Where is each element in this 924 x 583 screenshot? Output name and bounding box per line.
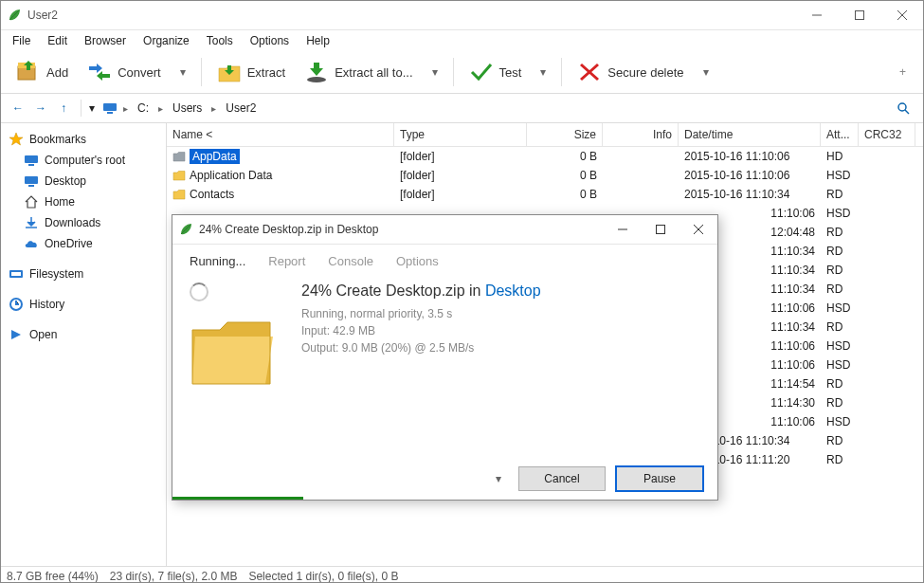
svg-marker-22 [11, 330, 21, 339]
minimize-button[interactable] [795, 1, 838, 29]
sidebar-item-label: Computer's root [45, 154, 125, 167]
sidebar-item-label: Downloads [45, 216, 100, 229]
dialog-heading: 24% Create Desktop.zip in Desktop [301, 282, 700, 300]
svg-rect-10 [107, 112, 113, 114]
col-date[interactable]: Date/time [679, 123, 821, 146]
menu-edit[interactable]: Edit [40, 32, 75, 49]
progress-bar [172, 497, 303, 500]
tab-options[interactable]: Options [396, 254, 439, 268]
toolbar: Add Convert ▾ Extract Extract all to... … [1, 51, 923, 94]
test-button[interactable]: Test [462, 57, 530, 87]
sidebar-history[interactable]: History [5, 294, 162, 315]
status-right: Selected 1 dir(s), 0 file(s), 0 B [248, 570, 398, 583]
dialog-close[interactable] [679, 215, 717, 244]
dialog-heading-link[interactable]: Desktop [485, 282, 541, 299]
breadcrumb: ▸ C: ▸ Users ▸ User2 [99, 100, 893, 117]
convert-button[interactable]: Convert [80, 57, 169, 87]
monitor-icon [24, 153, 39, 168]
nav-forward[interactable]: → [31, 99, 50, 118]
dialog-maximize[interactable] [642, 215, 679, 244]
convert-label: Convert [118, 65, 161, 80]
menu-organize[interactable]: Organize [136, 32, 197, 49]
dialog-meta-2: Input: 42.9 MB [301, 322, 700, 339]
nav-up[interactable]: ↑ [54, 99, 73, 118]
svg-rect-24 [657, 226, 665, 234]
status-bar: 8.7 GB free (44%) 23 dir(s), 7 file(s), … [1, 566, 923, 583]
cancel-button[interactable]: Cancel [518, 466, 606, 491]
col-type[interactable]: Type [394, 123, 527, 146]
menu-help[interactable]: Help [299, 32, 337, 49]
svg-rect-20 [11, 272, 21, 276]
dialog-meta-1: Running, normal priority, 3.5 s [301, 305, 700, 322]
pause-button[interactable]: Pause [615, 465, 704, 492]
col-info[interactable]: Info [603, 123, 679, 146]
sidebar-item-onedrive[interactable]: OneDrive [5, 233, 162, 254]
spinner-icon [190, 282, 208, 301]
col-name[interactable]: Name < [167, 123, 394, 146]
search-icon[interactable] [897, 101, 915, 115]
test-dropdown[interactable]: ▾ [533, 62, 553, 82]
col-size[interactable]: Size [527, 123, 603, 146]
extract-button[interactable]: Extract [209, 57, 293, 87]
dialog-minimize[interactable] [604, 215, 642, 244]
svg-rect-15 [28, 164, 34, 166]
svg-point-11 [898, 103, 906, 111]
maximize-button[interactable] [838, 1, 880, 29]
folder-icon [172, 170, 186, 181]
menu-options[interactable]: Options [243, 32, 297, 49]
svg-rect-16 [25, 176, 38, 184]
breadcrumb-dropdown[interactable]: ▾ [89, 101, 95, 115]
close-button[interactable] [880, 1, 923, 29]
svg-rect-17 [28, 185, 34, 187]
dialog-body: 24% Create Desktop.zip in Desktop Runnin… [172, 277, 717, 458]
col-crc[interactable]: CRC32 [859, 123, 915, 146]
dialog-footer: ▾ Cancel Pause [172, 458, 717, 500]
sidebar-item-label: Home [45, 195, 75, 209]
folder-icon [172, 151, 186, 162]
menu-bar: File Edit Browser Organize Tools Options… [1, 30, 923, 51]
sidebar-bookmarks[interactable]: Bookmarks [5, 129, 162, 150]
toolbar-add-more[interactable]: + [890, 62, 915, 82]
menu-browser[interactable]: Browser [77, 32, 134, 49]
tab-running[interactable]: Running... [190, 254, 245, 268]
dialog-heading-prefix: 24% Create Desktop.zip in [301, 282, 485, 299]
sidebar-item-label: Desktop [45, 174, 86, 188]
extract-all-dropdown[interactable]: ▾ [425, 62, 445, 82]
menu-tools[interactable]: Tools [199, 32, 241, 49]
table-row[interactable]: Application Data[folder]0 B2015-10-16 11… [167, 166, 923, 185]
sidebar-open[interactable]: Open [5, 324, 162, 345]
dialog-meta-3: Output: 9.0 MB (20%) @ 2.5 MB/s [301, 339, 700, 356]
svg-marker-13 [9, 133, 23, 145]
breadcrumb-part-1[interactable]: User2 [222, 100, 260, 117]
col-att[interactable]: Att... [821, 123, 859, 146]
breadcrumb-root[interactable]: C: [134, 100, 153, 117]
sidebar-history-label: History [29, 298, 64, 311]
tab-report[interactable]: Report [268, 254, 305, 268]
nav-back[interactable]: ← [9, 99, 27, 118]
sidebar-item-home[interactable]: Home [5, 191, 162, 212]
tab-console[interactable]: Console [328, 254, 373, 268]
column-headers: Name < Type Size Info Date/time Att... C… [167, 123, 923, 147]
sidebar-filesystem[interactable]: Filesystem [5, 264, 162, 284]
sidebar-item-computers-root[interactable]: Computer's root [5, 150, 162, 171]
home-icon [24, 194, 39, 210]
extract-all-label: Extract all to... [335, 65, 412, 80]
dialog-expand-toggle[interactable]: ▾ [488, 468, 509, 489]
breadcrumb-part-0[interactable]: Users [169, 100, 206, 117]
add-button[interactable]: Add [9, 57, 76, 87]
play-icon [9, 327, 24, 342]
secure-delete-button[interactable]: Secure delete [570, 57, 691, 87]
sidebar-item-downloads[interactable]: Downloads [5, 212, 162, 233]
sidebar-item-label: OneDrive [45, 237, 93, 250]
svg-rect-14 [25, 155, 38, 163]
row-name: Contacts [190, 188, 234, 201]
menu-file[interactable]: File [5, 32, 38, 49]
table-row[interactable]: Contacts[folder]0 B2015-10-16 11:10:34RD [167, 185, 923, 204]
convert-dropdown[interactable]: ▾ [172, 62, 193, 82]
titlebar: User2 [1, 1, 923, 30]
extract-all-button[interactable]: Extract all to... [297, 57, 420, 87]
secure-delete-dropdown[interactable]: ▾ [696, 62, 716, 82]
table-row[interactable]: AppData[folder]0 B2015-10-16 11:10:06HD [167, 147, 923, 166]
svg-rect-1 [855, 11, 863, 20]
sidebar-item-desktop[interactable]: Desktop [5, 171, 162, 191]
